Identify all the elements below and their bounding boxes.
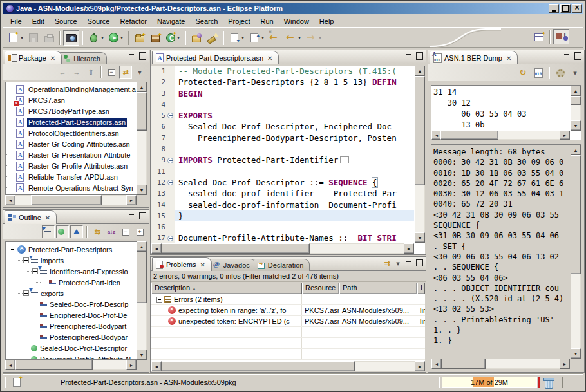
code-area[interactable]: 1 -- Module Protected-Part-Descriptors (… <box>151 66 414 243</box>
problems-group-row[interactable]: Errors (2 items) <box>151 294 425 305</box>
outline-node[interactable]: Preenciphered-Bodypart <box>7 321 146 331</box>
filter-values-toggle[interactable] <box>70 225 83 238</box>
expand-all-button[interactable]: + <box>133 225 146 238</box>
filter-fields-toggle[interactable] <box>42 225 55 238</box>
package-explorer-file[interactable]: PKCS7BodyPartType.asn <box>8 106 146 117</box>
package-explorer-file[interactable]: OperationalBindingManagement.a <box>8 84 146 95</box>
fold-marker[interactable] <box>167 113 173 118</box>
tree-expander[interactable] <box>10 247 15 252</box>
problem-row[interactable]: unexpected token: ENCRYPTED (c PKCS7.asn… <box>151 316 425 327</box>
menu-item[interactable]: Source <box>50 16 82 26</box>
scroll-left-button[interactable]: ◄ <box>5 360 15 370</box>
tab-ber-dump[interactable]: ASN.1 BER Dump ✕ <box>430 51 518 64</box>
menu-item[interactable]: Search <box>190 16 223 26</box>
open-type-button[interactable] <box>189 30 204 46</box>
code-line[interactable]: 15 } <box>151 210 414 221</box>
scrollbar-thumb[interactable] <box>571 96 581 105</box>
tab-hierarchy[interactable]: Hierarch <box>59 52 107 64</box>
menu-item[interactable]: Navigate <box>152 16 190 26</box>
package-explorer-file[interactable]: PKCS7.asn <box>8 95 146 106</box>
problems-hscrollbar[interactable]: ◄ ► <box>151 361 425 371</box>
close-tab-icon[interactable]: ✕ <box>50 55 55 62</box>
code-line[interactable]: 12 Sealed-Doc-Prof-Descriptor ::= SEQUEN… <box>151 177 414 188</box>
scrollbar-thumb[interactable] <box>31 195 102 205</box>
code-line[interactable]: 2 Protected-Part-Descriptors {2 8 1 5 13… <box>151 77 414 88</box>
scroll-right-button[interactable]: ► <box>415 361 425 371</box>
filter-types-toggle[interactable] <box>56 225 69 238</box>
scrollbar-thumb[interactable] <box>137 252 147 303</box>
close-button[interactable] <box>572 4 582 13</box>
code-line[interactable]: 9 IMPORTS Protected-Part-Identifier <box>151 154 414 165</box>
code-line[interactable]: 5 EXPORTS <box>151 110 414 121</box>
tree-expander[interactable] <box>32 268 38 274</box>
tab-declaration[interactable]: Declaration <box>254 259 310 271</box>
view-menu-button[interactable]: ▾ <box>569 66 581 79</box>
menu-item[interactable]: Refactor <box>115 16 152 26</box>
minimize-view-button[interactable] <box>127 212 136 219</box>
scroll-up-button[interactable]: ▲ <box>137 82 147 92</box>
package-explorer-file[interactable]: Remote-Operations-Abstract-Syn <box>8 182 146 193</box>
open-perspective-button[interactable] <box>531 29 547 44</box>
previous-annotation-button[interactable] <box>247 30 267 46</box>
save-button[interactable] <box>26 30 41 46</box>
scroll-up-button[interactable]: ▲ <box>571 145 581 155</box>
maximize-view-button[interactable] <box>138 52 147 60</box>
back-button[interactable] <box>283 30 303 46</box>
outline-node[interactable]: Document-Profile-Attribute-N <box>7 353 146 360</box>
tab-problems[interactable]: Problems ✕ <box>152 257 212 271</box>
ber-tree-vscrollbar[interactable]: ▲ ▼ <box>571 86 581 131</box>
view-menu-button[interactable]: ▾ <box>394 259 402 268</box>
scroll-right-button[interactable]: ► <box>126 360 137 370</box>
tab-editor-file[interactable]: Protected-Part-Descriptors.asn ✕ <box>152 51 279 64</box>
outline-node[interactable]: imports <box>7 255 146 266</box>
package-explorer-file[interactable]: Reliable-Transfer-APDU.asn <box>8 171 146 182</box>
code-line[interactable]: 1 -- Module Protected-Part-Descriptors (… <box>151 66 414 77</box>
minimize-view-button[interactable] <box>127 52 136 60</box>
scrollbar-thumb[interactable] <box>162 243 310 254</box>
outline-hscrollbar[interactable]: ◄ ► <box>5 360 137 370</box>
scroll-down-button[interactable]: ▼ <box>571 120 581 131</box>
scrollbar-thumb[interactable] <box>571 155 581 274</box>
problem-row[interactable]: expecting token in range: 'a'..'z', fo P… <box>151 305 425 316</box>
scroll-down-button[interactable]: ▼ <box>137 185 147 195</box>
outline-node[interactable]: Protected-Part-Iden <box>7 277 146 288</box>
scroll-down-button[interactable]: ▼ <box>415 232 425 243</box>
tree-expander[interactable] <box>23 290 29 296</box>
package-explorer-vscrollbar[interactable]: ▲ ▼ <box>137 82 147 195</box>
collapse-all-button[interactable]: − <box>119 225 132 238</box>
new-class-button[interactable] <box>164 30 182 46</box>
close-tab-icon[interactable]: ✕ <box>200 261 205 268</box>
up-button[interactable]: ⇧ <box>84 66 97 79</box>
refresh-button[interactable]: ⇆ <box>91 225 104 238</box>
forward-history-button[interactable]: → <box>70 66 83 79</box>
package-explorer-file[interactable]: Protected-Part-Descriptors.asn <box>8 117 146 127</box>
maximize-view-button[interactable] <box>573 52 582 60</box>
editor-hscrollbar[interactable]: ◄ ► <box>151 243 414 254</box>
code-line[interactable]: 14 sealed-doc-prof-information Document-… <box>151 200 414 210</box>
scroll-left-button[interactable]: ◄ <box>431 359 442 369</box>
maximize-view-button[interactable] <box>138 212 147 219</box>
code-line[interactable]: 8 <box>151 144 414 154</box>
minimize-button[interactable] <box>549 4 559 13</box>
scrollbar-thumb[interactable] <box>415 76 425 185</box>
close-tab-icon[interactable]: ✕ <box>506 55 511 62</box>
run-button[interactable] <box>106 30 126 46</box>
refresh-dump-button[interactable] <box>517 66 530 79</box>
debug-button[interactable] <box>86 30 106 46</box>
code-line[interactable]: 4 <box>151 99 414 110</box>
close-tab-icon[interactable]: ✕ <box>45 214 50 221</box>
ber-text-hscrollbar[interactable]: ◄ ► <box>431 359 570 369</box>
code-line[interactable]: 7 Preenciphered-Bodypart-Descriptor, Pos… <box>151 133 414 144</box>
sort-button[interactable]: a↓z <box>105 225 118 238</box>
outline-node[interactable]: Sealed-Doc-Prof-Descriptor <box>7 342 146 353</box>
minimize-view-button[interactable] <box>562 52 571 60</box>
tab-outline[interactable]: Outline ✕ <box>5 210 57 224</box>
menu-item[interactable]: Help <box>314 16 339 26</box>
back-history-button[interactable]: ← <box>56 66 69 79</box>
code-line[interactable]: 16 <box>151 221 414 232</box>
code-line[interactable]: 17 Document-Profile-Attribute-Names ::= … <box>151 232 414 243</box>
package-explorer-file[interactable]: Raster-Gr-Coding-Attributes.asn <box>8 138 146 149</box>
code-line[interactable]: 3 BEGIN <box>151 88 414 99</box>
close-tab-icon[interactable]: ✕ <box>267 55 272 62</box>
last-edit-location-button[interactable] <box>267 30 283 46</box>
